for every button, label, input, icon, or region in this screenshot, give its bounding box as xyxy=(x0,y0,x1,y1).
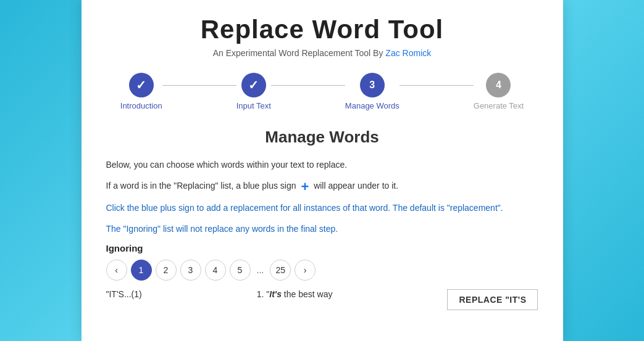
step-check-input-text: ✓ xyxy=(248,78,259,92)
step-circle-input-text: ✓ xyxy=(241,73,266,97)
pagination-prev[interactable]: ‹ xyxy=(106,260,127,281)
step-num-generate-text: 4 xyxy=(496,80,501,91)
pagination-page-3[interactable]: 3 xyxy=(180,260,201,281)
step-label-input-text: Input Text xyxy=(236,101,271,110)
word-preview-number: 1. xyxy=(257,289,264,299)
plus-icon: + xyxy=(301,180,309,194)
step-label-manage-words: Manage Words xyxy=(345,101,399,110)
pagination-page-1[interactable]: 1 xyxy=(131,260,152,281)
ignoring-label: Ignoring xyxy=(106,243,538,253)
word-preview-bold: It's xyxy=(269,289,282,299)
pagination-page-2[interactable]: 2 xyxy=(156,260,177,281)
stepper: ✓ Introduction ✓ Input Text 3 Manage Wor… xyxy=(106,73,538,110)
step-circle-generate-text: 4 xyxy=(486,73,511,97)
step-label-generate-text: Generate Text xyxy=(474,101,524,110)
step-introduction: ✓ Introduction xyxy=(120,73,162,110)
word-tag: "IT'S...(1) xyxy=(106,289,142,299)
step-input-text: ✓ Input Text xyxy=(236,73,271,110)
page-title: Replace Word Tool xyxy=(106,15,538,44)
step-generate-text: 4 Generate Text xyxy=(474,73,524,110)
step-connector-1 xyxy=(162,85,236,86)
section-title: Manage Words xyxy=(106,128,538,147)
pagination-next[interactable]: › xyxy=(295,260,316,281)
pagination-page-4[interactable]: 4 xyxy=(205,260,226,281)
bottom-row: "IT'S...(1) 1. "It's the best way REPLAC… xyxy=(106,289,538,310)
desc2-before: If a word is in the "Replacing" list, a … xyxy=(106,181,296,191)
pagination-page-5[interactable]: 5 xyxy=(230,260,251,281)
subtitle: An Experimental Word Replacement Tool By… xyxy=(106,48,538,58)
step-circle-manage-words: 3 xyxy=(360,73,385,97)
subtitle-text: An Experimental Word Replacement Tool By xyxy=(213,48,383,58)
replace-button[interactable]: REPLACE "IT'S xyxy=(447,289,538,310)
author-link[interactable]: Zac Romick xyxy=(385,48,431,58)
step-connector-3 xyxy=(399,85,474,86)
desc3: Click the blue plus sign to add a replac… xyxy=(106,201,538,215)
pagination-page-25[interactable]: 25 xyxy=(270,260,291,281)
pagination-ellipsis: ... xyxy=(254,265,267,275)
main-container: Replace Word Tool An Experimental Word R… xyxy=(82,0,563,341)
desc2-after: will appear under to it. xyxy=(314,181,398,191)
step-circle-introduction: ✓ xyxy=(129,73,154,97)
step-label-introduction: Introduction xyxy=(120,101,162,110)
desc4: The "Ignoring" list will not replace any… xyxy=(106,222,538,236)
step-num-manage-words: 3 xyxy=(369,80,375,91)
step-check-introduction: ✓ xyxy=(136,78,146,92)
pagination: ‹ 1 2 3 4 5 ... 25 › xyxy=(106,260,538,281)
desc2: If a word is in the "Replacing" list, a … xyxy=(106,179,538,193)
step-connector-2 xyxy=(271,85,345,86)
word-preview: 1. "It's the best way xyxy=(257,289,333,299)
desc1: Below, you can choose which words within… xyxy=(106,158,538,171)
step-manage-words: 3 Manage Words xyxy=(345,73,399,110)
word-preview-after: the best way xyxy=(282,289,333,299)
